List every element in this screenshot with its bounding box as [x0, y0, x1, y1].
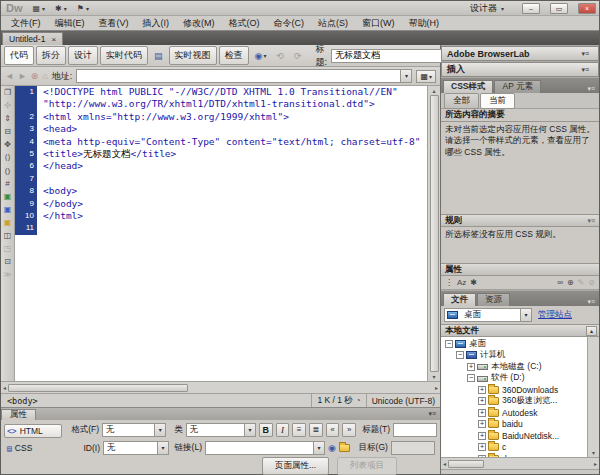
all-button[interactable]: 全部	[444, 93, 479, 109]
expand-icon[interactable]: +	[467, 363, 475, 371]
check-browser-compat-icon[interactable]: ⟲	[272, 49, 288, 63]
expand-icon[interactable]: +	[478, 443, 486, 451]
tab-files[interactable]: 文件	[443, 293, 476, 306]
menu-item-6[interactable]: 命令(C)	[267, 16, 312, 31]
syntax-error-alerts-icon[interactable]: ▣	[4, 206, 12, 214]
line-numbers-icon[interactable]: #	[5, 180, 9, 188]
code-row-8[interactable]: 8<body>	[15, 185, 427, 197]
expand-icon[interactable]: +	[478, 397, 486, 405]
html-mode-button[interactable]: <> HTML	[4, 424, 62, 438]
code-row-9[interactable]: 9</body>	[15, 198, 427, 210]
files-scroll-up-icon[interactable]: ▴	[586, 326, 597, 336]
tab-css-styles[interactable]: CSS样式	[443, 80, 493, 93]
panel-menu-icon[interactable]: ▾≡	[428, 410, 440, 418]
tree-item-软件 (D:)[interactable]: −软件 (D:)	[441, 373, 587, 385]
property-inspector-header[interactable]: 属性 ▾≡	[1, 408, 440, 420]
expand-icon[interactable]: +	[478, 420, 486, 428]
close-button[interactable]: ×	[578, 3, 596, 14]
expand-icon[interactable]: +	[478, 386, 486, 394]
local-files-header[interactable]: 本地文件 ▴	[441, 324, 599, 337]
refresh-design-view-icon[interactable]: ⟳	[290, 49, 306, 63]
tab-close-icon[interactable]: ×	[51, 35, 56, 44]
page-properties-button[interactable]: 页面属性...	[262, 457, 329, 475]
indent-button[interactable]: »	[342, 423, 356, 437]
live-code-button[interactable]: 实时代码	[100, 46, 148, 65]
code-row-6[interactable]: 6</head>	[15, 160, 427, 172]
chevron-down-icon[interactable]: ▾	[313, 442, 324, 454]
chevron-down-icon[interactable]: ▾	[520, 309, 531, 321]
wrap-tag-icon[interactable]: ◳	[4, 245, 12, 253]
css-properties-header[interactable]: 属性	[441, 263, 599, 276]
format-select[interactable]: 无 ▾	[102, 423, 166, 437]
scrollbar-thumb[interactable]	[448, 460, 484, 468]
ordered-list-button[interactable]: ≣	[309, 423, 323, 437]
code-row-4[interactable]: 4<meta http-equiv="Content-Type" content…	[15, 136, 427, 148]
remove-comment-icon[interactable]: ◫	[4, 232, 12, 240]
document-title-input[interactable]	[331, 49, 443, 63]
code-row-7[interactable]: 7	[15, 173, 427, 185]
live-view-button[interactable]: 实时视图	[169, 46, 217, 65]
manage-sites-link[interactable]: 管理站点	[538, 309, 572, 321]
scroll-up-icon[interactable]: ▴	[432, 87, 435, 94]
collapse-selection-icon[interactable]: ⊟	[4, 128, 11, 136]
scrollbar-thumb[interactable]	[430, 95, 439, 372]
panel-menu-icon[interactable]: ▾≡	[581, 50, 593, 58]
tab-assets[interactable]: 资源	[477, 293, 510, 306]
scroll-down-icon[interactable]: ▾	[592, 449, 595, 456]
code-row-11[interactable]: 11	[15, 222, 427, 234]
menu-item-1[interactable]: 编辑(E)	[48, 16, 92, 31]
menu-item-4[interactable]: 修改(M)	[176, 16, 222, 31]
tab-ap-elements[interactable]: AP 元素	[494, 80, 541, 93]
code-row-2[interactable]: 2<html xmlns="http://www.w3.org/1999/xht…	[15, 111, 427, 123]
outdent-button[interactable]: «	[326, 423, 340, 437]
back-icon[interactable]: ◄	[5, 71, 14, 81]
restore-button[interactable]: ▭	[550, 3, 568, 14]
indent-code-icon[interactable]: ≫	[3, 271, 11, 279]
workspace-layout-button[interactable]: ▦ ▾	[33, 4, 46, 13]
italic-button[interactable]: I	[276, 423, 290, 437]
link-input[interactable]: ▾	[205, 441, 325, 455]
collapse-icon[interactable]: −	[456, 351, 464, 359]
tree-item-本地磁盘 (C:)[interactable]: +本地磁盘 (C:)	[441, 361, 587, 373]
tree-item-计算机[interactable]: −计算机	[441, 350, 587, 362]
show-category-view-icon[interactable]: ⋮	[445, 278, 453, 287]
point-to-file-icon[interactable]: ◉	[328, 443, 336, 453]
forward-icon[interactable]: ►	[18, 71, 27, 81]
expand-icon[interactable]: +	[478, 432, 486, 440]
panel-menu-icon[interactable]: ▾≡	[581, 66, 593, 74]
preview-in-browser-icon[interactable]: ◉▾	[251, 49, 271, 63]
stop-icon[interactable]: ⊗	[31, 71, 39, 81]
code-row-3[interactable]: 3<head>	[15, 123, 427, 135]
menu-item-5[interactable]: 格式(O)	[222, 16, 267, 31]
minimize-button[interactable]: –	[522, 3, 540, 14]
tree-item-桌面[interactable]: −桌面	[441, 338, 587, 350]
browserlab-panel-header[interactable]: Adobe BrowserLab ▾≡	[441, 46, 599, 61]
rules-header[interactable]: 规则 ▾≡	[441, 214, 599, 227]
design-view-button[interactable]: 设计	[68, 46, 98, 65]
scroll-left-icon[interactable]: ◂	[443, 460, 446, 467]
recent-snippets-icon[interactable]: ⊡	[4, 258, 11, 266]
address-input[interactable]	[77, 70, 400, 82]
files-vertical-scrollbar[interactable]: ▾	[587, 337, 599, 457]
insert-panel-header[interactable]: 插入 ▾≡	[441, 62, 599, 77]
site-menu-button[interactable]: ⚑ ▾	[77, 4, 89, 13]
workspace-switcher[interactable]: 设计器 ▾	[470, 2, 504, 15]
site-selector[interactable]: 桌面 ▾	[444, 308, 532, 322]
apply-comment-icon[interactable]: ▣	[4, 219, 12, 227]
expand-icon[interactable]: +	[478, 409, 486, 417]
tree-item-Autodesk[interactable]: +Autodesk	[441, 407, 587, 419]
select-parent-tag-icon[interactable]: ⟨⟩	[4, 154, 10, 162]
scrollbar-thumb[interactable]	[8, 384, 188, 392]
expand-all-icon[interactable]: ✥	[4, 141, 11, 149]
menu-item-7[interactable]: 站点(S)	[311, 16, 355, 31]
scroll-down-icon[interactable]: ▾	[432, 373, 435, 380]
live-code-options-icon[interactable]: ▤	[150, 49, 167, 63]
panel-menu-icon[interactable]: ▾≡	[587, 85, 599, 93]
collapse-icon[interactable]: −	[467, 374, 475, 382]
menu-item-3[interactable]: 插入(I)	[136, 16, 177, 31]
balance-braces-icon[interactable]: ()	[5, 167, 10, 175]
code-horizontal-scrollbar[interactable]: ◂ ▸	[1, 381, 440, 393]
document-tab[interactable]: Untitled-1 ×	[2, 32, 63, 45]
tag-selector-body[interactable]: <body>	[1, 396, 44, 406]
show-list-view-icon[interactable]: Az	[457, 278, 466, 287]
